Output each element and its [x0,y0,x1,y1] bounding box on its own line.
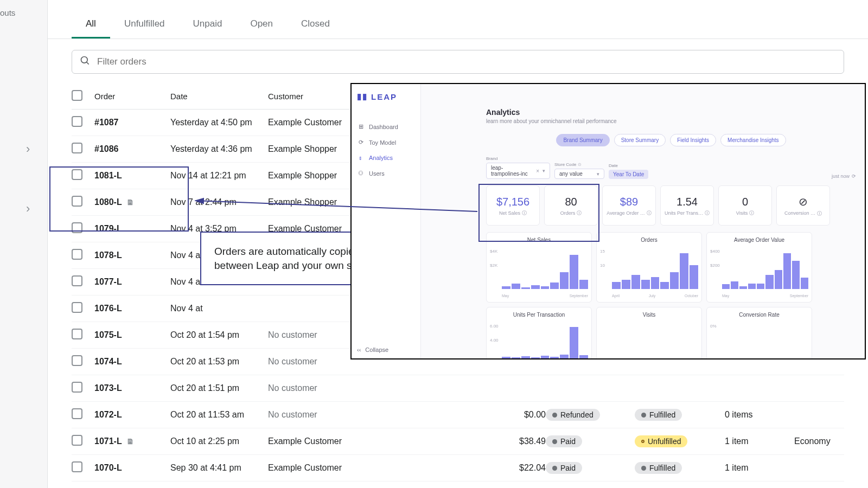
table-row[interactable]: 1073-L Oct 20 at 1:51 pm No customer [72,375,844,402]
kpi-card[interactable]: 0 Visits i [718,185,772,226]
y-tick: 6.00 [490,324,499,329]
table-row[interactable]: 1072-L Oct 20 at 11:53 am No customer$0.… [72,402,844,428]
cell-order-id: 1078-L [94,251,170,260]
chart-bars [612,250,698,289]
leap-nav-item[interactable]: ⫾Analytics [352,150,420,165]
cell-fulfillment: Fulfilled [635,409,725,421]
chart-bars [612,325,698,359]
table-row[interactable]: 1069-L Sep 30 at 3:33 pm No customer$22.… [72,481,844,488]
row-checkbox[interactable] [72,329,82,339]
leap-nav-item[interactable]: ⚇Users [352,165,420,181]
payment-badge: Refunded [546,409,600,421]
search-input[interactable] [97,56,836,67]
nav-label: Analytics [369,155,393,161]
table-row[interactable]: 1070-L Sep 30 at 4:41 pm Example Custome… [72,455,844,481]
analytics-title: Analytics [486,108,856,117]
svg-line-1 [87,62,89,65]
chart-card[interactable]: Conversion Rate 0% [706,307,812,359]
row-checkbox[interactable] [72,275,82,286]
info-icon[interactable]: i [749,210,754,215]
y-tick: 10 [600,263,605,268]
select-all-checkbox[interactable] [72,90,82,101]
row-checkbox[interactable] [72,461,82,472]
tab-closed[interactable]: Closed [287,11,344,38]
cell-order-id: #1086 [94,144,170,154]
payment-badge: Paid [546,462,582,474]
tab-merchandise-insights[interactable]: Merchandise Insights [720,134,786,146]
search-bar[interactable] [72,50,844,74]
tab-open[interactable]: Open [236,11,287,38]
row-checkbox[interactable] [72,143,82,153]
refresh-icon[interactable]: ⟳ [852,174,856,179]
analytics-tabs: Brand Summary Store Summary Field Insigh… [486,134,856,146]
filter-store-chip[interactable]: any value ▾ [554,169,604,179]
chevron-down-icon: ▾ [542,168,545,174]
filter-date-chip[interactable]: Year To Date [609,170,648,179]
tab-all[interactable]: All [72,11,110,38]
svg-point-0 [81,57,88,63]
col-order[interactable]: Order [94,92,170,101]
info-icon[interactable]: i [705,210,710,215]
info-icon[interactable]: i [647,210,652,215]
tab-field-insights[interactable]: Field Insights [670,134,716,146]
cell-order-id: 1072-L [94,410,170,420]
cell-total: $0.00 [496,410,546,420]
kpi-card[interactable]: ⊘ Conversion … i [776,185,830,226]
chart-card[interactable]: Average Order Value $400 $200 MaySeptemb… [706,232,812,303]
x-labels: MaySeptember [502,294,588,298]
chart-card[interactable]: Visits [596,307,702,359]
close-icon[interactable]: × [536,168,539,174]
tab-unfulfilled[interactable]: Unfulfilled [110,11,179,38]
leap-logo-text: LEAP [371,92,397,101]
analytics-subtitle: learn more about your omnichannel retail… [486,118,856,124]
filter-brand-value: leap-trampolines-inc [491,165,533,177]
chevron-right-icon[interactable]: › [26,142,30,156]
nav-icon: ⫾ [357,155,365,161]
table-row[interactable]: 1071-L🗎 Oct 10 at 2:25 pm Example Custom… [72,428,844,455]
y-tick: $2K [490,263,497,268]
leap-nav-item[interactable]: ⟳Toy Model [352,134,420,150]
cell-items: 1 item [725,436,794,446]
cell-date: Yesterday at 4:36 pm [170,144,268,154]
chevron-down-icon: ▾ [597,171,599,177]
chart-title: Conversion Rate [711,312,807,318]
chart-card[interactable]: Net Sales $4K $2K MaySeptember [486,232,592,303]
collapse-button[interactable]: ‹‹ Collapse [357,346,388,353]
kpi-value: ⊘ [799,195,808,208]
x-labels: AprilJulyOctober [612,294,698,298]
cell-date: Oct 20 at 11:53 am [170,410,268,420]
row-checkbox[interactable] [72,116,82,127]
row-checkbox[interactable] [72,382,82,393]
kpi-card[interactable]: 1.54 Units Per Trans… i [660,185,714,226]
leap-nav-item[interactable]: ⊞Dashboard [352,119,420,134]
filter-brand-chip[interactable]: leap-trampolines-inc × ▾ [486,163,550,179]
col-date[interactable]: Date [170,92,268,101]
filter-store: Store Code ⊙ any value ▾ [554,162,604,179]
filter-brand: Brand leap-trampolines-inc × ▾ [486,156,550,179]
info-icon[interactable]: i [817,211,822,216]
chart-bars [722,325,808,359]
kpi-card[interactable]: $89 Average Order … i [602,185,656,226]
chart-card[interactable]: Orders 15 10 AprilJulyOctober [596,232,702,303]
cell-total: $38.49 [496,436,546,446]
cell-date: Oct 20 at 1:51 pm [170,383,268,393]
refresh-timestamp: just now ⟳ [832,174,856,179]
tab-store-summary[interactable]: Store Summary [614,134,666,146]
cell-date: Oct 10 at 2:25 pm [170,436,268,446]
cell-customer: Example Customer [268,436,496,446]
tab-unpaid[interactable]: Unpaid [179,11,237,38]
cell-date: Oct 20 at 1:54 pm [170,330,268,340]
chevron-right-icon[interactable]: › [26,202,30,216]
tab-brand-summary[interactable]: Brand Summary [556,134,609,146]
row-checkbox[interactable] [72,249,82,260]
row-checkbox[interactable] [72,408,82,419]
nav-icon: ⚇ [357,170,365,177]
row-checkbox[interactable] [72,435,82,446]
row-checkbox[interactable] [72,355,82,366]
filter-date-label: Date [609,163,648,168]
row-checkbox[interactable] [72,302,82,313]
kpi-value: 1.54 [676,196,698,208]
kpi-label: Conversion … i [784,210,822,216]
cell-items: 1 item [725,463,794,473]
chart-card[interactable]: Units Per Transaction 6.00 4.00 [486,307,592,359]
